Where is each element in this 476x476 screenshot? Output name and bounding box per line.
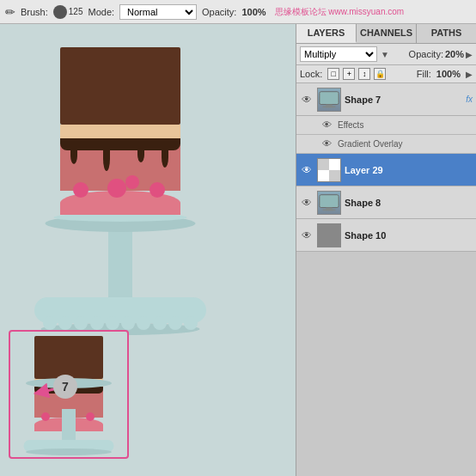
opacity-value-panel: 20% — [445, 49, 464, 59]
pink-ball-4 — [125, 175, 139, 189]
eye-icon-layer29[interactable]: 👁 — [300, 163, 314, 177]
svg-rect-8 — [320, 194, 339, 207]
brush-size-value: 125 — [69, 7, 83, 16]
tab-paths[interactable]: PATHS — [417, 24, 476, 43]
frosting-top — [60, 191, 180, 215]
cake-body — [60, 47, 180, 215]
blend-opacity-row: Multiply ▼ Opacity: 20% ▶ — [296, 44, 476, 65]
toolbar: ✏ Brush: 125 Mode: Normal Opacity: 100% … — [0, 0, 476, 24]
canvas-area[interactable]: 7 — [0, 24, 296, 476]
lock-position-icon[interactable]: ↕ — [358, 68, 370, 80]
opacity-label: Opacity: — [202, 7, 236, 17]
opacity-control: Opacity: 20% ▶ — [409, 49, 473, 59]
effect-row-effects: 👁 Effects — [296, 116, 476, 135]
brush-preview — [53, 5, 67, 19]
pink-ball-3 — [150, 182, 165, 198]
layer-thumb-shape8 — [317, 191, 341, 215]
layer-row-layer29[interactable]: 👁 Layer 29 — [296, 154, 476, 186]
thumb-cake-brown — [34, 336, 103, 379]
layer-thumb-layer29 — [317, 158, 341, 182]
lock-image-icon[interactable]: + — [343, 68, 355, 80]
layer-info-shape8: Shape 8 — [345, 198, 473, 208]
drip-3 — [137, 147, 144, 162]
layer-row-shape8[interactable]: 👁 Shape 8 — [296, 186, 476, 219]
layer-number-badge: 7 — [53, 375, 77, 399]
blend-arrow-icon: ▼ — [381, 50, 389, 59]
effect-name-gradient: Gradient Overlay — [338, 139, 403, 149]
brush-label: Brush: — [21, 7, 48, 17]
blend-mode-select[interactable]: Multiply — [300, 46, 377, 62]
lock-transparent-icon[interactable]: □ — [327, 68, 339, 80]
layer-name-shape7: Shape 7 — [345, 95, 462, 105]
thumbnail-inset: 7 — [9, 330, 129, 459]
layer-name-shape8: Shape 8 — [345, 198, 473, 208]
opacity-arrow-icon: ▶ — [466, 50, 473, 59]
lock-label: Lock: — [300, 69, 322, 79]
opacity-label-panel: Opacity: — [409, 49, 443, 59]
layer-info-shape10: Shape 10 — [345, 230, 473, 241]
svg-rect-7 — [329, 170, 340, 181]
drip-1 — [70, 147, 77, 164]
stand-stem — [108, 229, 132, 297]
effect-row-gradient: 👁 Gradient Overlay — [296, 135, 476, 154]
brush-size-control[interactable]: 125 — [53, 5, 83, 19]
eye-icon-shape10[interactable]: 👁 — [300, 229, 314, 242]
layer-row-shape7[interactable]: 👁 Shape 7 fx — [296, 83, 476, 116]
eye-icon-shape7[interactable]: 👁 — [300, 93, 314, 107]
badge-number: 7 — [62, 380, 69, 394]
mode-select[interactable]: Normal — [119, 4, 197, 20]
opacity-value: 100% — [241, 7, 265, 17]
right-panel: LAYERS CHANNELS PATHS Multiply ▼ Opacity… — [296, 24, 476, 476]
drip-2 — [103, 147, 110, 171]
layers-list: 👁 Shape 7 fx 👁 Effects — [296, 83, 476, 476]
lock-row: Lock: □ + ↕ 🔒 Fill: 100% ▶ — [296, 65, 476, 83]
thumb-foot — [26, 449, 112, 455]
cake-illustration — [26, 24, 215, 342]
stand-base-scallop — [34, 297, 206, 323]
layer-info-layer29: Layer 29 — [345, 165, 473, 175]
svg-rect-10 — [323, 209, 336, 211]
eye-icon-shape8[interactable]: 👁 — [300, 196, 314, 210]
brush-tool-icon: ✏ — [5, 5, 15, 19]
drip-4 — [162, 147, 168, 168]
mode-label: Mode: — [88, 7, 114, 17]
pink-ball-2 — [107, 179, 126, 198]
effect-name-effects: Effects — [338, 120, 363, 130]
layer-info-shape7: Shape 7 — [345, 95, 462, 105]
fill-value: 100% — [436, 69, 461, 79]
effect-eye-icon[interactable]: 👁 — [322, 119, 334, 131]
layer-row-shape10[interactable]: 👁 Shape 10 — [296, 219, 476, 252]
effect-eye-gradient-icon[interactable]: 👁 — [322, 138, 334, 150]
svg-rect-4 — [323, 106, 336, 107]
svg-rect-11 — [318, 224, 340, 247]
panel-tabs: LAYERS CHANNELS PATHS — [296, 24, 476, 44]
main-area: 7 LAYERS CHANNE — [0, 24, 476, 476]
fill-arrow-icon: ▶ — [466, 70, 473, 79]
tab-layers[interactable]: LAYERS — [296, 24, 357, 43]
svg-rect-2 — [320, 91, 339, 104]
pink-ball-1 — [73, 182, 88, 198]
cake-layer-brown — [60, 47, 180, 125]
lock-all-icon[interactable]: 🔒 — [374, 68, 386, 80]
fx-label-shape7: fx — [466, 95, 473, 104]
thumb-stem — [62, 409, 76, 442]
fill-label: Fill: — [417, 69, 431, 79]
lock-icons-group: □ + ↕ 🔒 — [327, 68, 386, 80]
watermark-text: 思缘模板论坛 www.missyuan.com — [275, 6, 405, 18]
layer-name-layer29: Layer 29 — [345, 165, 473, 175]
tab-channels[interactable]: CHANNELS — [357, 24, 417, 43]
layer-name-shape10: Shape 10 — [345, 230, 473, 241]
layer-thumb-shape7 — [317, 88, 341, 112]
layer-thumb-shape10 — [317, 223, 341, 247]
svg-rect-6 — [318, 159, 329, 170]
